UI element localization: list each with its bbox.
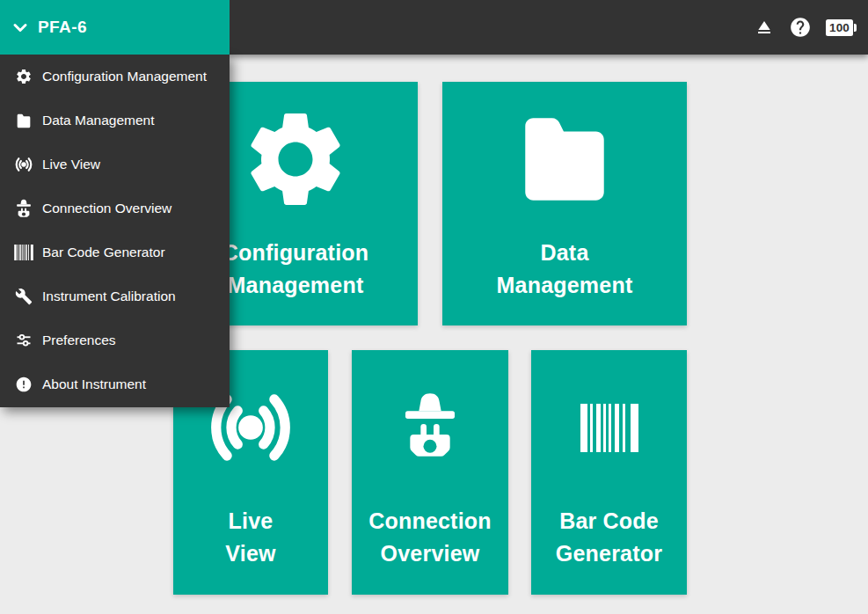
menu-item-configuration-management[interactable]: Configuration Management: [0, 55, 230, 99]
tile-label: Connection Overview: [352, 505, 508, 570]
exclamation-circle-icon: [13, 374, 34, 395]
menu-item-label: About Instrument: [42, 376, 146, 392]
menu-item-bar-code-generator[interactable]: Bar Code Generator: [0, 230, 230, 274]
sliders-icon: [13, 330, 34, 351]
tile-label-line2: Management: [442, 269, 687, 302]
menu-item-instrument-calibration[interactable]: Instrument Calibration: [0, 274, 230, 318]
tile-label-line1: Connection: [352, 505, 508, 537]
menu-item-live-view[interactable]: Live View: [0, 143, 230, 186]
tile-connection-overview[interactable]: Connection Overview: [352, 350, 508, 595]
menu-item-about-instrument[interactable]: About Instrument: [0, 362, 230, 406]
menu-item-label: Data Management: [42, 113, 155, 128]
tile-label-line2: Generator: [531, 537, 687, 570]
barcode-icon: [531, 350, 687, 505]
chevron-down-icon: [10, 17, 31, 38]
top-bar-actions: 100: [754, 16, 868, 39]
tile-label-line1: Data: [442, 237, 687, 269]
help-button[interactable]: [789, 16, 812, 39]
tile-label: Bar Code Generator: [531, 505, 687, 570]
tile-label: Live View: [173, 505, 328, 570]
help-circle-icon: [789, 16, 812, 39]
menu-item-label: Preferences: [42, 333, 116, 348]
menu-item-label: Instrument Calibration: [42, 289, 176, 304]
dropdown-menu: Configuration Management Data Management…: [0, 55, 230, 407]
folder-icon: [13, 110, 34, 131]
menu-item-connection-overview[interactable]: Connection Overview: [0, 186, 230, 230]
menu-item-label: Connection Overview: [42, 201, 171, 216]
device-menu-toggle[interactable]: PFA-6: [0, 0, 230, 55]
folder-icon: [442, 82, 687, 237]
battery-indicator: 100: [826, 19, 857, 36]
battery-nub: [854, 24, 857, 32]
app-screen: 100 Configuration Management Data Manage…: [0, 0, 868, 614]
eject-button[interactable]: [754, 17, 775, 38]
barcode-icon: [13, 242, 34, 263]
connector-plug-icon: [13, 198, 34, 219]
tile-label-line2: Overview: [352, 537, 508, 570]
menu-item-label: Live View: [42, 157, 100, 172]
tile-data-management[interactable]: Data Management: [442, 82, 687, 325]
tile-label-line1: Live: [173, 505, 328, 537]
menu-item-data-management[interactable]: Data Management: [0, 99, 230, 143]
broadcast-icon: [13, 154, 34, 175]
gear-icon: [13, 66, 34, 87]
tile-label-line2: View: [173, 537, 328, 570]
tile-label: Data Management: [442, 237, 687, 302]
menu-item-label: Bar Code Generator: [42, 245, 165, 260]
battery-level: 100: [826, 19, 853, 36]
menu-item-preferences[interactable]: Preferences: [0, 318, 230, 362]
tile-label-line1: Bar Code: [531, 505, 687, 537]
device-name: PFA-6: [38, 18, 87, 37]
connector-plug-icon: [352, 350, 508, 505]
eject-icon: [754, 17, 775, 38]
tile-bar-code-generator[interactable]: Bar Code Generator: [531, 350, 687, 595]
menu-item-label: Configuration Management: [42, 69, 207, 84]
wrench-icon: [13, 286, 34, 307]
